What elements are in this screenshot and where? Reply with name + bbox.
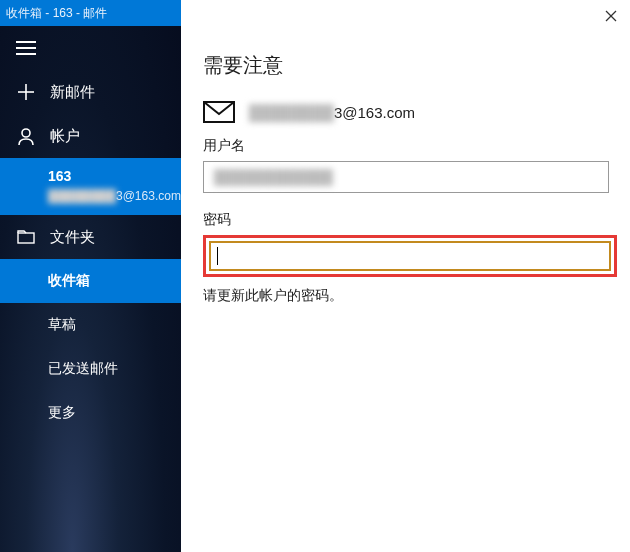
- close-button[interactable]: [589, 2, 630, 30]
- username-label: 用户名: [203, 137, 617, 155]
- hamburger-menu[interactable]: [0, 26, 181, 70]
- sidebar: 收件箱 - 163 - 邮件 新邮件 帐户: [0, 0, 181, 552]
- folder-icon: [16, 230, 36, 244]
- new-mail-label: 新邮件: [50, 83, 95, 102]
- password-highlight-box: [203, 235, 617, 277]
- dialog-title: 需要注意: [203, 52, 617, 79]
- folder-more[interactable]: 更多: [0, 391, 181, 435]
- svg-rect-6: [18, 233, 34, 243]
- folders-label: 文件夹: [50, 228, 95, 247]
- folder-inbox[interactable]: 收件箱: [0, 259, 181, 303]
- password-label: 密码: [203, 211, 617, 229]
- folder-drafts[interactable]: 草稿: [0, 303, 181, 347]
- username-value: ████████████: [214, 169, 333, 185]
- mail-icon: [203, 101, 235, 123]
- hamburger-icon: [16, 41, 36, 55]
- account-item[interactable]: 163 ████████3@163.com: [0, 158, 181, 215]
- account-email-row: ████████3@163.com: [203, 101, 617, 123]
- accounts-button[interactable]: 帐户: [0, 114, 181, 158]
- account-name: 163: [48, 166, 181, 187]
- folder-sent[interactable]: 已发送邮件: [0, 347, 181, 391]
- account-email-text: ████████3@163.com: [249, 104, 415, 121]
- close-icon: [605, 10, 617, 22]
- text-caret: [217, 247, 218, 265]
- window-title-text: 收件箱 - 163 - 邮件: [6, 5, 107, 22]
- account-email: ████████3@163.com: [48, 187, 181, 205]
- folder-label: 草稿: [48, 316, 76, 334]
- svg-point-5: [22, 129, 30, 137]
- plus-icon: [16, 83, 36, 101]
- folders-button[interactable]: 文件夹: [0, 215, 181, 259]
- new-mail-button[interactable]: 新邮件: [0, 70, 181, 114]
- folder-label: 更多: [48, 404, 76, 422]
- dialog-panel: 需要注意 ████████3@163.com 用户名 ████████████ …: [181, 0, 630, 552]
- person-icon: [16, 127, 36, 145]
- password-hint: 请更新此帐户的密码。: [203, 287, 617, 305]
- username-input[interactable]: ████████████: [203, 161, 609, 193]
- folder-label: 已发送邮件: [48, 360, 118, 378]
- password-input[interactable]: [209, 241, 611, 271]
- window-title: 收件箱 - 163 - 邮件: [0, 0, 181, 26]
- folder-label: 收件箱: [48, 272, 90, 290]
- accounts-label: 帐户: [50, 127, 80, 146]
